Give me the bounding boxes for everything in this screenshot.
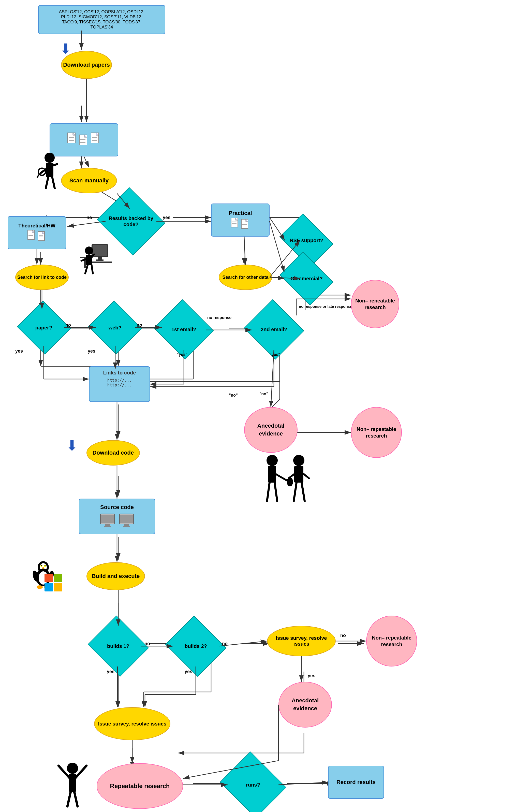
download-code-oval: Download code xyxy=(87,440,140,466)
issue-survey-bottom-oval: Issue survey, resolve issues xyxy=(94,707,171,740)
builds1-diamond: builds 1? xyxy=(88,616,149,677)
email2-diamond: 2nd email? xyxy=(244,299,304,360)
download-arrow-icon-2: ⬇ xyxy=(66,438,78,454)
svg-line-138 xyxy=(302,483,305,501)
svg-line-143 xyxy=(67,792,71,806)
svg-rect-90 xyxy=(96,259,103,261)
svg-point-94 xyxy=(85,246,93,255)
issue-survey-right-oval: Issue survey, resolve issues xyxy=(267,626,336,656)
doc-icon-2 xyxy=(79,134,89,148)
svg-line-131 xyxy=(267,483,270,501)
no-label-paper: no xyxy=(65,323,71,328)
svg-line-148 xyxy=(84,156,89,167)
monitor-icon-2 xyxy=(118,513,135,529)
yes-label-builds2: yes xyxy=(185,669,192,674)
additional-arrows xyxy=(0,0,516,812)
svg-rect-105 xyxy=(104,526,111,527)
person-raised-hands-silhouette xyxy=(56,761,89,812)
svg-rect-123 xyxy=(44,574,53,582)
svg-rect-103 xyxy=(101,515,114,523)
builds2-diamond: builds 2? xyxy=(165,616,226,677)
non-repeatable-1: Non– repeatable research xyxy=(351,280,399,328)
yes-label-practical: yes xyxy=(163,215,171,220)
person-scanning-silhouette xyxy=(36,150,64,192)
svg-line-99 xyxy=(92,265,93,273)
theoretical-docs xyxy=(27,230,47,243)
yes-label-builds1: yes xyxy=(107,669,115,674)
web-diamond: web? xyxy=(88,300,142,354)
no-label-email2: "no" xyxy=(260,392,268,396)
svg-rect-104 xyxy=(105,524,110,526)
download-papers-oval: Download papers xyxy=(61,51,112,79)
svg-rect-109 xyxy=(123,526,130,527)
runs-diamond: runs? xyxy=(220,751,286,812)
scan-manually-oval: Scan manually xyxy=(61,168,117,193)
commercial-diamond: Commercial? xyxy=(279,252,333,306)
svg-line-170 xyxy=(271,350,274,407)
yes-label-web: yes xyxy=(88,349,95,354)
svg-line-67 xyxy=(46,177,48,188)
repeatable-research-circle: Repeatable research xyxy=(97,763,183,809)
build-execute-oval: Build and execute xyxy=(87,562,145,590)
svg-rect-134 xyxy=(294,466,303,483)
yes-label-issue-survey: yes xyxy=(308,673,315,678)
svg-point-114 xyxy=(41,565,42,566)
docs-icons xyxy=(67,132,101,148)
anecdotal-evidence-1: Anecdotal evidence xyxy=(244,407,298,453)
person-computer-silhouette xyxy=(74,234,115,276)
source-code-box: Source code xyxy=(79,499,155,534)
email1-diamond: 1st email? xyxy=(154,299,214,360)
anecdotal-evidence-2: Anecdotal evidence xyxy=(278,682,332,728)
svg-rect-89 xyxy=(98,257,102,259)
conferences-box: ASPLOS'12, CCS'12, OOPSLA'12, OSDI'12, P… xyxy=(38,5,165,34)
svg-line-136 xyxy=(303,473,309,478)
interview-silhouette xyxy=(254,450,313,517)
search-other-oval: Search for other data xyxy=(219,265,272,290)
svg-point-115 xyxy=(44,565,45,566)
yes-label-email1: "yes" xyxy=(177,352,187,357)
no-label-issue-survey: no xyxy=(340,633,346,638)
svg-rect-107 xyxy=(120,515,133,523)
monitor-icons xyxy=(99,513,135,529)
no-response-late-label: no response or late response xyxy=(299,304,352,309)
monitor-icon-1 xyxy=(99,513,116,529)
non-repeatable-2: Non– repeatable research xyxy=(351,407,402,458)
svg-line-132 xyxy=(275,483,277,501)
no-label-builds1: no xyxy=(145,641,150,646)
theoretical-hw-box: Theoretical/HW xyxy=(8,216,66,249)
search-link-oval: Search for link to code xyxy=(15,265,69,290)
no-response-label1: no response xyxy=(207,315,232,320)
svg-line-70 xyxy=(37,175,39,178)
svg-rect-108 xyxy=(124,524,129,526)
links-to-code-box: Links to code http://... http://... xyxy=(89,366,150,402)
practical-box: Practical xyxy=(211,204,270,237)
svg-point-133 xyxy=(293,455,304,466)
svg-rect-124 xyxy=(54,574,62,582)
no-label-email1: "no" xyxy=(229,393,238,398)
svg-point-139 xyxy=(67,763,78,774)
practical-docs xyxy=(231,218,250,230)
flowchart: ASPLOS'12, CCS'12, OOPSLA'12, OSDI'12, P… xyxy=(0,0,516,812)
record-results-box: Record results xyxy=(328,766,384,799)
yes-label-email2: "yes" xyxy=(270,352,280,357)
svg-rect-126 xyxy=(54,583,62,591)
svg-line-68 xyxy=(52,177,55,188)
svg-rect-125 xyxy=(44,583,53,591)
svg-line-137 xyxy=(294,483,297,501)
svg-rect-140 xyxy=(69,774,76,792)
paper-diamond: paper? xyxy=(17,300,71,354)
svg-line-144 xyxy=(74,792,78,806)
arrows-svg xyxy=(0,0,516,812)
svg-line-153 xyxy=(270,221,284,272)
svg-point-130 xyxy=(287,477,293,486)
doc-icon-3 xyxy=(91,132,101,146)
non-repeatable-3: Non– repeatable research xyxy=(366,616,417,666)
svg-point-119 xyxy=(37,585,43,589)
yes-label-paper: yes xyxy=(15,349,23,354)
svg-line-156 xyxy=(244,237,245,265)
svg-point-127 xyxy=(267,455,278,466)
doc-icon-1 xyxy=(67,132,77,146)
svg-line-188 xyxy=(278,782,328,785)
no-label-web: no xyxy=(136,323,142,328)
no-label-builds2: no xyxy=(222,641,227,646)
